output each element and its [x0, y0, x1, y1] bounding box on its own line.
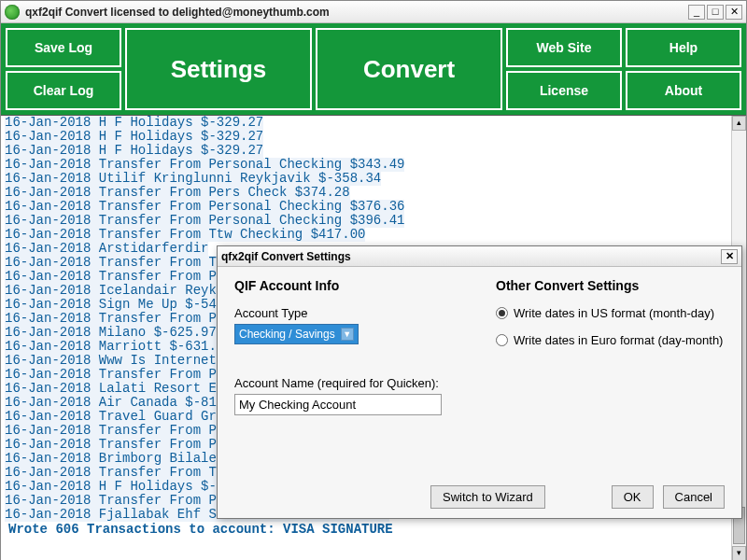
about-button[interactable]: About [626, 71, 741, 110]
log-line: 16-Jan-2018 H F Holidays $-329.27 [5, 116, 742, 130]
log-line: 16-Jan-2018 Transfer From Pers Check $37… [5, 186, 742, 200]
account-name-label: Account Name (required for Quicken): [234, 376, 486, 390]
log-line: 16-Jan-2018 H F Holidays $-329.27 [5, 144, 742, 158]
log-line: 16-Jan-2018 Transfer From Personal Check… [5, 214, 742, 228]
title-bar: qxf2qif Convert licensed to delighted@mo… [1, 1, 746, 23]
log-line: 16-Jan-2018 H F Holidays $-329.27 [5, 130, 742, 144]
scroll-up-button[interactable]: ▴ [732, 116, 746, 131]
close-button[interactable]: ✕ [726, 5, 742, 20]
log-line: 16-Jan-2018 Transfer From Personal Check… [5, 200, 742, 214]
dialog-title-bar: qfx2qif Convert Settings ✕ [218, 246, 741, 267]
minimize-button[interactable]: _ [688, 5, 705, 20]
radio-euro-icon [496, 334, 508, 346]
dialog-close-button[interactable]: ✕ [721, 249, 738, 264]
help-button[interactable]: Help [626, 28, 741, 67]
chevron-down-icon: ▼ [341, 328, 354, 341]
switch-to-wizard-button[interactable]: Switch to Wizard [430, 485, 545, 509]
convert-button[interactable]: Convert [316, 28, 502, 110]
log-line: 16-Jan-2018 Utilif Kringlunni Reykjavik … [5, 172, 742, 186]
account-type-select[interactable]: Checking / Savings ▼ [234, 324, 359, 344]
toolbar: Save Log Clear Log Settings Convert Web … [1, 23, 746, 115]
dialog-body: QIF Account Info Account Type Checking /… [218, 267, 741, 518]
clear-log-button[interactable]: Clear Log [6, 71, 121, 110]
log-line: 16-Jan-2018 Transfer From Ttw Checking $… [5, 228, 742, 242]
account-name-input[interactable] [234, 394, 442, 415]
settings-button[interactable]: Settings [125, 28, 312, 110]
maximize-button[interactable]: □ [707, 5, 724, 20]
other-settings-section: Other Convert Settings Write dates in US… [496, 278, 725, 415]
ok-button[interactable]: OK [612, 485, 654, 509]
license-button[interactable]: License [506, 71, 622, 110]
settings-dialog: qfx2qif Convert Settings ✕ QIF Account I… [217, 245, 742, 519]
window-title: qxf2qif Convert licensed to delighted@mo… [25, 6, 688, 19]
log-line: 16-Jan-2018 Transfer From Personal Check… [5, 158, 742, 172]
other-settings-heading: Other Convert Settings [496, 278, 725, 293]
account-type-value: Checking / Savings [239, 328, 335, 341]
scroll-down-button[interactable]: ▾ [732, 546, 746, 560]
radio-us-icon [496, 307, 508, 319]
radio-us-label: Write dates in US format (month-day) [514, 306, 714, 320]
radio-euro-label: Write dates in Euro format (day-month) [514, 333, 723, 347]
window-buttons: _ □ ✕ [688, 5, 742, 20]
status-line: Wrote 606 Transactions to account: VISA … [5, 522, 742, 538]
web-site-button[interactable]: Web Site [506, 28, 622, 67]
qif-account-section: QIF Account Info Account Type Checking /… [234, 278, 486, 415]
radio-us-format[interactable]: Write dates in US format (month-day) [496, 306, 725, 320]
app-icon [5, 5, 20, 20]
dialog-title: qfx2qif Convert Settings [221, 250, 721, 263]
save-log-button[interactable]: Save Log [6, 28, 121, 67]
radio-euro-format[interactable]: Write dates in Euro format (day-month) [496, 333, 725, 347]
cancel-button[interactable]: Cancel [663, 485, 725, 509]
dialog-buttons: Switch to Wizard OK Cancel [234, 476, 725, 509]
qif-account-heading: QIF Account Info [234, 278, 486, 293]
account-type-label: Account Type [234, 306, 486, 320]
